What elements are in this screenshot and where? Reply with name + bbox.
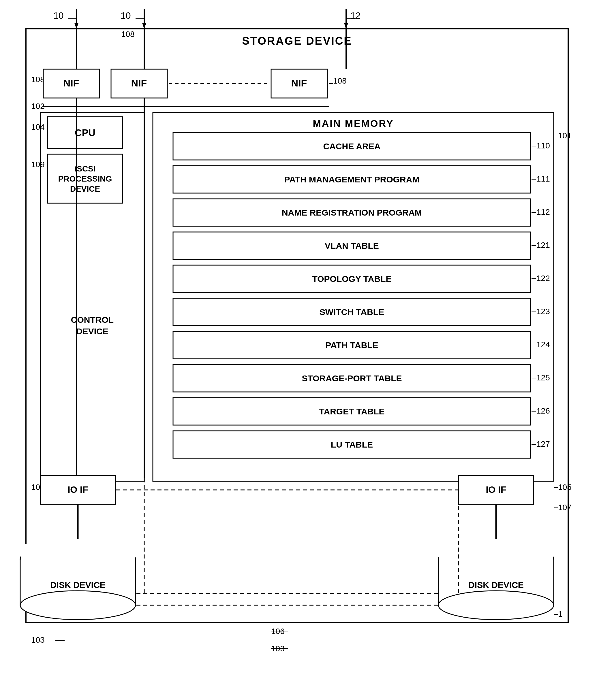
ref-10-left: 10 bbox=[53, 10, 64, 21]
ref-112: 112 bbox=[536, 207, 550, 217]
svg-rect-67 bbox=[439, 544, 553, 560]
name-reg-label: NAME REGISTRATION PROGRAM bbox=[282, 208, 422, 217]
svg-point-66 bbox=[438, 591, 554, 620]
control-device-line1: CONTROL bbox=[71, 315, 114, 325]
svg-rect-63 bbox=[21, 544, 135, 560]
ref-107: 107 bbox=[558, 503, 572, 512]
control-device-line2: DEVICE bbox=[76, 326, 109, 336]
ref-125: 125 bbox=[536, 373, 550, 382]
svg-point-62 bbox=[20, 591, 136, 620]
ref-108-right: 108 bbox=[333, 76, 346, 85]
topology-table-label: TOPOLOGY TABLE bbox=[312, 274, 391, 283]
lu-table-label: LU TABLE bbox=[331, 440, 373, 449]
disk-device-right-label: DISK DEVICE bbox=[469, 580, 524, 590]
path-table-label: PATH TABLE bbox=[325, 340, 378, 350]
iscsi-line1: iSCSI bbox=[74, 164, 95, 173]
main-memory-label: MAIN MEMORY bbox=[313, 118, 394, 129]
iscsi-line2: PROCESSING bbox=[58, 174, 112, 183]
ref-122: 122 bbox=[536, 274, 550, 283]
ref-1: 1 bbox=[558, 609, 563, 619]
svg-marker-3 bbox=[74, 23, 78, 29]
svg-marker-6 bbox=[142, 23, 146, 29]
vlan-table-label: VLAN TABLE bbox=[325, 241, 379, 250]
ref-104: 104 bbox=[31, 123, 45, 131]
ref-126: 126 bbox=[536, 406, 550, 415]
ref-103-left: 103 bbox=[31, 635, 45, 644]
disk-device-left-label: DISK DEVICE bbox=[50, 580, 105, 590]
nif3-label: NIF bbox=[291, 77, 307, 89]
storage-device-label: STORAGE DEVICE bbox=[242, 35, 352, 47]
storage-port-table-label: STORAGE-PORT TABLE bbox=[302, 374, 402, 383]
cpu-label: CPU bbox=[75, 127, 95, 138]
io-if-left-label: IO IF bbox=[68, 484, 88, 495]
svg-marker-9 bbox=[344, 23, 348, 29]
nif1-label: NIF bbox=[64, 77, 79, 89]
target-table-label: TARGET TABLE bbox=[319, 407, 384, 416]
ref-12: 12 bbox=[351, 10, 361, 21]
path-mgmt-label: PATH MANAGEMENT PROGRAM bbox=[284, 175, 420, 184]
ref-101: 101 bbox=[558, 131, 572, 140]
ref-105-right: 105 bbox=[558, 483, 572, 492]
ref-108-left: 108 bbox=[31, 75, 45, 84]
ref-127: 127 bbox=[536, 440, 550, 448]
iscsi-line3: DEVICE bbox=[70, 184, 100, 193]
ref-121: 121 bbox=[536, 241, 550, 250]
ref-124: 124 bbox=[536, 340, 550, 349]
io-if-right-label: IO IF bbox=[486, 484, 506, 495]
ref-110: 110 bbox=[536, 141, 550, 150]
ref-108-top: 108 bbox=[121, 30, 135, 39]
ref-111: 111 bbox=[536, 174, 550, 183]
cache-area-label: CACHE AREA bbox=[323, 142, 381, 151]
switch-table-label: SWITCH TABLE bbox=[319, 307, 384, 317]
ref-109: 109 bbox=[31, 160, 45, 169]
nif2-label: NIF bbox=[131, 77, 147, 89]
ref-123: 123 bbox=[536, 307, 550, 316]
ref-10-mid: 10 bbox=[121, 10, 131, 21]
ref-102: 102 bbox=[31, 102, 45, 111]
